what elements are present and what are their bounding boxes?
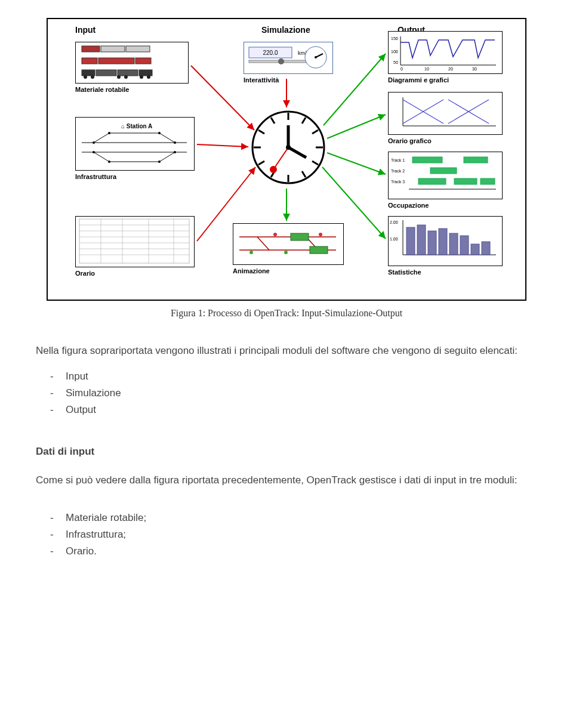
gantt-icon: Track 1Track 2Track 3 <box>389 152 501 198</box>
train-icon <box>76 42 187 82</box>
box-statistics: 2.001.00 <box>388 216 503 266</box>
box-occupation: Track 1Track 2Track 3 <box>388 152 503 199</box>
svg-point-25 <box>108 132 110 134</box>
input-module-list: Materiale rotabile; Infrastruttura; Orar… <box>36 512 537 557</box>
svg-rect-7 <box>96 70 116 76</box>
svg-line-122 <box>327 153 386 174</box>
svg-rect-101 <box>454 178 477 184</box>
list-item: Materiale rotabile; <box>66 512 537 524</box>
module-list: Input Simulazione Output <box>36 371 537 416</box>
svg-point-26 <box>158 132 161 134</box>
label-rolling-stock: Materiale rotabile <box>75 86 129 93</box>
svg-text:100: 100 <box>391 50 398 54</box>
svg-rect-110 <box>428 231 436 255</box>
svg-rect-9 <box>139 70 152 76</box>
svg-line-18 <box>94 133 109 143</box>
svg-line-71 <box>257 237 269 250</box>
svg-point-77 <box>249 251 253 254</box>
svg-rect-74 <box>310 246 328 254</box>
svg-rect-1 <box>101 46 125 52</box>
box-rolling-stock <box>75 42 189 84</box>
clock-icon <box>249 109 327 186</box>
label-statistics: Statistiche <box>388 269 421 276</box>
list-item: Output <box>66 404 537 416</box>
svg-point-27 <box>174 141 176 144</box>
svg-point-78 <box>284 251 288 254</box>
svg-text:Track 2: Track 2 <box>391 169 405 173</box>
track-layout-icon: ⌂ Station A <box>76 118 193 169</box>
svg-rect-0 <box>82 46 100 52</box>
intro-paragraph: Nella figura soprariportata vengono illu… <box>36 343 537 359</box>
svg-point-76 <box>319 233 322 236</box>
svg-point-47 <box>278 58 284 64</box>
label-occupation: Occupazione <box>388 202 429 209</box>
process-diagram: Input Simulazione Output Materiale rotab… <box>47 18 526 301</box>
figure-caption: Figura 1: Processo di OpenTrack: Input-S… <box>36 308 537 319</box>
svg-text:10: 10 <box>424 67 429 71</box>
svg-rect-8 <box>118 70 138 76</box>
box-infrastructure: ⌂ Station A <box>75 117 195 171</box>
svg-text:Track 1: Track 1 <box>391 158 405 162</box>
svg-rect-102 <box>480 178 495 184</box>
svg-rect-73 <box>291 233 309 240</box>
station-label: ⌂ Station A <box>121 123 152 129</box>
svg-point-29 <box>108 161 110 163</box>
svg-point-75 <box>273 233 277 236</box>
line-chart-icon: 15010050 0102030 <box>389 32 501 72</box>
svg-line-21 <box>94 152 109 162</box>
svg-rect-3 <box>82 58 97 64</box>
col-header-input: Input <box>75 25 96 35</box>
list-item: Infrastruttura; <box>66 529 537 541</box>
section-paragraph: Come si può vedere dalla figura riportat… <box>36 472 537 488</box>
label-diagrams: Diagrammi e grafici <box>388 76 449 84</box>
svg-text:1.00: 1.00 <box>390 237 398 241</box>
svg-point-10 <box>84 75 87 79</box>
svg-rect-97 <box>412 157 442 163</box>
svg-point-11 <box>91 75 94 79</box>
svg-point-15 <box>147 75 150 79</box>
speedometer-icon: 220.0 km/h <box>244 42 331 72</box>
svg-rect-99 <box>430 168 457 174</box>
svg-point-14 <box>140 75 143 79</box>
svg-rect-4 <box>98 58 134 64</box>
label-interactivity: Interattività <box>244 76 279 84</box>
svg-rect-108 <box>406 227 415 255</box>
svg-text:2.00: 2.00 <box>390 220 398 224</box>
box-animation <box>233 223 344 265</box>
col-header-sim: Simulazione <box>261 25 310 35</box>
list-item: Simulazione <box>66 387 537 399</box>
label-timetable: Orario <box>75 270 95 277</box>
svg-point-50 <box>315 56 317 58</box>
svg-point-28 <box>93 151 95 153</box>
svg-rect-115 <box>482 242 490 255</box>
svg-text:50: 50 <box>393 60 398 64</box>
svg-text:20: 20 <box>448 67 453 71</box>
timetable-table-icon <box>76 217 193 266</box>
svg-rect-109 <box>417 225 426 255</box>
svg-line-20 <box>159 133 175 143</box>
bar-chart-icon: 2.001.00 <box>389 217 501 264</box>
svg-rect-5 <box>135 58 151 64</box>
svg-rect-98 <box>464 157 488 163</box>
label-infrastructure: Infrastruttura <box>75 173 116 180</box>
svg-rect-32 <box>79 219 189 263</box>
svg-point-24 <box>93 141 95 144</box>
svg-point-67 <box>270 166 277 173</box>
svg-point-12 <box>117 75 121 79</box>
svg-point-68 <box>286 145 291 150</box>
svg-rect-113 <box>460 236 469 255</box>
label-animation: Animazione <box>233 267 270 274</box>
svg-text:0: 0 <box>401 67 403 71</box>
box-graphic-timetable <box>388 92 503 135</box>
label-graphic-tt: Orario grafico <box>388 137 432 144</box>
svg-point-31 <box>174 151 176 153</box>
box-timetable <box>75 216 195 267</box>
svg-rect-111 <box>439 229 447 255</box>
svg-rect-6 <box>82 70 95 76</box>
svg-rect-100 <box>418 178 446 184</box>
section-heading: Dati di input <box>36 446 537 458</box>
svg-text:Track 3: Track 3 <box>391 180 405 184</box>
svg-rect-114 <box>471 244 479 255</box>
svg-line-23 <box>159 152 175 162</box>
svg-point-13 <box>124 75 128 79</box>
